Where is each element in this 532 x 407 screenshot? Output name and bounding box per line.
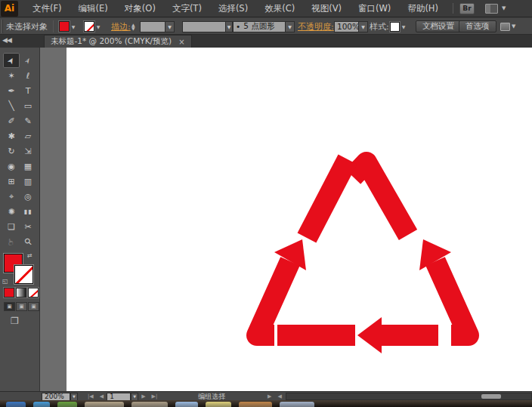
zoom-tool-icon[interactable]: ⚲ (20, 234, 36, 249)
menu-effect[interactable]: 效果(C) (256, 0, 303, 17)
horizontal-scrollbar[interactable] (286, 393, 532, 400)
line-segment-tool-icon[interactable]: ╲ (3, 98, 20, 113)
close-icon[interactable]: × (178, 38, 184, 46)
slice-tool-icon[interactable]: ✂ (20, 219, 36, 234)
style-dropdown-icon[interactable]: ▼ (400, 21, 407, 32)
perspective-grid-tool-icon[interactable]: ▦ (20, 159, 36, 174)
taskbar-icon-pinned-4[interactable] (206, 402, 231, 407)
menu-object[interactable]: 对象(O) (116, 0, 164, 17)
scroll-left-arrow[interactable]: ◀ (277, 393, 281, 399)
artboard-tool-icon[interactable]: ❏ (3, 219, 20, 234)
paintbrush-tool-icon[interactable]: ✐ (3, 113, 20, 128)
first-artboard-button[interactable]: |◀ (88, 393, 94, 399)
collapse-panel-icon[interactable]: ◀◀ (2, 36, 11, 44)
document-setup-button[interactable]: 文档设置 (416, 20, 461, 32)
menu-view[interactable]: 视图(V) (303, 0, 350, 17)
lasso-tool-icon[interactable]: ℓ (20, 68, 36, 83)
recycle-triangle-artwork[interactable] (66, 48, 532, 391)
mesh-tool-icon[interactable]: ⊞ (3, 174, 20, 189)
opacity-dropdown[interactable]: ▼ (359, 21, 368, 32)
artboard-number-field[interactable]: 1 (107, 393, 131, 401)
taskbar-icon-pinned-3[interactable] (175, 402, 198, 407)
brush-dropdown[interactable]: ▼ (286, 21, 295, 32)
drawing-modes-row: ▣ ▣ ▣ (4, 302, 39, 311)
color-button[interactable] (4, 288, 14, 298)
gradient-button[interactable] (16, 288, 26, 298)
stroke-weight-field[interactable] (140, 21, 165, 32)
default-fill-stroke-icon[interactable]: ◱ (2, 278, 8, 285)
style-swatch[interactable] (390, 22, 400, 32)
menu-select[interactable]: 选择(S) (210, 0, 256, 17)
next-artboard-button[interactable]: ▶ (141, 393, 145, 399)
prev-artboard-button[interactable]: ◀ (100, 393, 104, 399)
taskbar-icon-green-app[interactable] (57, 402, 77, 407)
column-graph-tool-icon[interactable]: ▮▮ (20, 204, 36, 219)
taskbar-icon-pinned-5[interactable] (239, 402, 272, 407)
fill-color-swatch[interactable] (59, 21, 70, 32)
swap-fill-stroke-icon[interactable]: ⇄ (27, 252, 32, 259)
direct-selection-tool-icon[interactable]: ➢ (20, 53, 36, 68)
color-mode-row (4, 288, 39, 298)
fill-dropdown-icon[interactable]: ▼ (70, 21, 77, 32)
taskbar-icon-messenger[interactable] (33, 402, 50, 407)
opacity-panel-link[interactable]: 不透明度: (298, 18, 334, 35)
stroke-weight-dropdown[interactable]: ▼ (165, 21, 175, 32)
taskbar-icon-pinned-6[interactable] (280, 402, 314, 407)
width-profile-dropdown[interactable]: ▼ (226, 21, 233, 32)
zoom-level-field[interactable]: 200% (42, 393, 70, 401)
stroke-dropdown-icon[interactable]: ▼ (94, 21, 102, 32)
preferences-button[interactable]: 首选项 (459, 20, 496, 32)
eyedropper-tool-icon[interactable]: ⌖ (3, 189, 20, 204)
taskbar-icon-browser[interactable] (6, 402, 26, 407)
width-profile-field[interactable] (182, 21, 226, 32)
magic-wand-tool-icon[interactable]: ✶ (3, 68, 20, 83)
scroll-right-arrow[interactable]: ▶ (268, 393, 271, 399)
stroke-color-swatch[interactable] (84, 21, 94, 32)
menu-help[interactable]: 帮助(H) (399, 0, 447, 17)
hand-tool-icon[interactable]: ☞ (3, 234, 20, 249)
menu-type[interactable]: 文字(T) (164, 0, 210, 17)
pen-tool-icon[interactable]: ✒ (3, 83, 20, 98)
type-glyph: T (26, 86, 31, 96)
screen-mode-button[interactable]: ❐ (11, 316, 19, 326)
selection-tool-icon[interactable]: ➤ (3, 53, 20, 68)
rotate-tool-icon[interactable]: ↻ (3, 143, 20, 159)
menu-file[interactable]: 文件(F) (24, 0, 70, 17)
scale-tool-icon[interactable]: ⇲ (20, 143, 36, 159)
menu-edit[interactable]: 编辑(E) (70, 0, 116, 17)
none-button[interactable] (28, 288, 39, 298)
opacity-field[interactable]: 100% (334, 21, 359, 32)
stroke-panel-link[interactable]: 描边: (111, 18, 131, 35)
draw-behind-button[interactable]: ▣ (16, 302, 27, 311)
shape-builder-tool-icon[interactable]: ◉ (3, 159, 20, 174)
document-tab[interactable]: 未标题-1* @ 200% (CMYK/预览) × (44, 35, 192, 48)
type-tool-icon[interactable]: T (20, 83, 36, 98)
gradient-tool-icon[interactable]: ▥ (20, 174, 36, 189)
blend-tool-icon[interactable]: ◎ (20, 189, 36, 204)
line-segment-glyph: ╲ (8, 100, 14, 111)
taskbar-icon-pinned-2[interactable] (131, 402, 168, 407)
control-panel-menu-icon[interactable] (500, 23, 510, 31)
last-artboard-button[interactable]: ▶| (152, 393, 158, 399)
stroke-weight-stepper[interactable]: ▲ ▼ (131, 18, 135, 35)
blob-brush-tool-icon[interactable]: ✱ (3, 128, 20, 143)
zoom-dropdown[interactable]: ▼ (70, 393, 78, 401)
menu-window[interactable]: 窗口(W) (350, 0, 399, 17)
brush-definition-field[interactable]: • 5 点圆形 (233, 21, 286, 32)
chevron-down-icon[interactable]: ▼ (512, 23, 515, 29)
workspace-switcher[interactable]: ▼ (485, 4, 506, 14)
symbol-sprayer-glyph: ✺ (8, 207, 14, 217)
scrollbar-thumb[interactable] (481, 394, 501, 399)
stroke-swatch[interactable] (14, 265, 33, 284)
rectangle-tool-icon[interactable]: ▭ (20, 98, 36, 113)
artboard-dropdown[interactable]: ▼ (131, 393, 138, 401)
pencil-tool-icon[interactable]: ✎ (20, 113, 36, 128)
workspace-grid-icon (485, 4, 498, 14)
symbol-sprayer-tool-icon[interactable]: ✺ (3, 204, 20, 219)
draw-normal-button[interactable]: ▣ (4, 302, 15, 311)
step-down-icon[interactable]: ▼ (131, 26, 135, 30)
taskbar-icon-pinned-1[interactable] (85, 402, 124, 407)
draw-inside-button[interactable]: ▣ (28, 302, 39, 311)
eraser-tool-icon[interactable]: ▱ (20, 128, 36, 143)
bridge-button[interactable]: Br (459, 3, 475, 14)
